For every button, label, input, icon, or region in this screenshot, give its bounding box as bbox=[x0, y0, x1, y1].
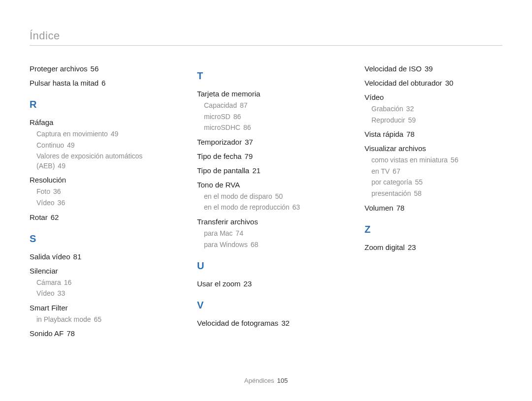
index-subentry-page: 50 bbox=[275, 192, 283, 200]
index-entry-label: Resolución bbox=[30, 176, 66, 184]
index-entry[interactable]: Tono de RVA bbox=[197, 180, 335, 190]
index-subentry[interactable]: en el modo de disparo50 bbox=[204, 192, 335, 202]
index-entry[interactable]: Vista rápida78 bbox=[365, 129, 502, 139]
index-subentry-label: como vistas en miniatura bbox=[371, 156, 448, 164]
index-subentry-page: 16 bbox=[64, 278, 72, 286]
index-subentry[interactable]: para Mac74 bbox=[204, 229, 335, 239]
index-subentry-page: 58 bbox=[414, 189, 422, 197]
index-subentry-label: Reproducir bbox=[371, 116, 405, 124]
index-subentry[interactable]: por categoría55 bbox=[371, 178, 502, 187]
index-entry[interactable]: Silenciar bbox=[30, 266, 167, 276]
index-subentry-page: 67 bbox=[393, 167, 400, 175]
index-entry-label: Tipo de fecha bbox=[197, 152, 241, 160]
index-entry[interactable]: Vídeo bbox=[365, 92, 502, 102]
index-entry-page: 79 bbox=[244, 152, 253, 160]
index-entry-label: Velocidad de fotogramas bbox=[197, 319, 278, 327]
index-entry-label: Velocidad del obturador bbox=[365, 79, 442, 87]
index-subentry[interactable]: Captura en movimiento49 bbox=[36, 129, 167, 139]
index-entry-label: Smart Filter bbox=[30, 304, 68, 312]
page-footer: Apéndices105 bbox=[0, 377, 532, 384]
index-subentry-label: Vídeo bbox=[36, 289, 55, 297]
page-title: Índice bbox=[30, 30, 502, 46]
index-subentry[interactable]: Valores de exposición automáticos (AEB)4… bbox=[36, 152, 167, 171]
index-entry-label: Proteger archivos bbox=[30, 64, 88, 73]
index-subentry-label: Captura en movimiento bbox=[36, 130, 108, 138]
index-subentry[interactable]: Cámara16 bbox=[36, 278, 167, 288]
index-entry-page: 23 bbox=[243, 279, 252, 288]
index-subentry[interactable]: Continuo49 bbox=[36, 141, 167, 151]
index-subentry[interactable]: presentación58 bbox=[371, 189, 502, 199]
index-entry-label: Usar el zoom bbox=[197, 279, 240, 288]
index-entry[interactable]: Rotar62 bbox=[30, 212, 167, 222]
index-subentry[interactable]: in Playback mode65 bbox=[36, 315, 167, 325]
index-subentry-label: para Mac bbox=[204, 229, 233, 237]
index-subentry[interactable]: Vídeo36 bbox=[36, 198, 167, 208]
index-column: Velocidad de ISO39Velocidad del obturado… bbox=[365, 60, 502, 340]
index-subentry-label: Capacidad bbox=[204, 101, 237, 109]
index-subentry-page: 63 bbox=[293, 203, 300, 211]
index-subentry[interactable]: Capacidad87 bbox=[204, 101, 335, 111]
index-letter: V bbox=[197, 300, 335, 311]
index-subentry[interactable]: Reproducir59 bbox=[371, 116, 502, 125]
index-entry[interactable]: Velocidad de ISO39 bbox=[365, 63, 502, 74]
index-subentry-label: por categoría bbox=[371, 178, 412, 186]
index-entry-page: 32 bbox=[281, 319, 290, 327]
index-entry-page: 81 bbox=[73, 252, 82, 261]
page: Índice Proteger archivos56Pulsar hasta l… bbox=[0, 0, 532, 401]
index-entry[interactable]: Proteger archivos56 bbox=[30, 63, 167, 74]
index-subentry-page: 86 bbox=[243, 123, 251, 131]
index-entry[interactable]: Tipo de pantalla21 bbox=[197, 165, 335, 176]
index-subentry-page: 74 bbox=[235, 229, 243, 237]
index-column: TTarjeta de memoriaCapacidad87microSD86m… bbox=[197, 60, 335, 340]
index-entry-page: 37 bbox=[245, 138, 253, 146]
index-entry-label: Ráfaga bbox=[30, 118, 53, 126]
index-entry[interactable]: Transferir archivos bbox=[197, 216, 335, 227]
index-entry-page: 78 bbox=[406, 130, 415, 138]
index-subentry[interactable]: Vídeo33 bbox=[36, 289, 167, 299]
index-subentry-label: en el modo de reproducción bbox=[204, 203, 290, 211]
index-subentry-page: 68 bbox=[251, 241, 259, 248]
index-subentry-label: in Playback mode bbox=[36, 315, 91, 323]
index-entry-label: Tarjeta de memoria bbox=[197, 90, 260, 98]
index-entry[interactable]: Temporizador37 bbox=[197, 137, 335, 147]
index-entry-page: 21 bbox=[252, 166, 261, 175]
index-entry[interactable]: Velocidad de fotogramas32 bbox=[197, 318, 335, 328]
index-entry[interactable]: Resolución bbox=[30, 175, 167, 185]
index-subentry-label: Grabación bbox=[371, 105, 403, 113]
index-entry[interactable]: Velocidad del obturador30 bbox=[365, 78, 502, 88]
index-entry-label: Tipo de pantalla bbox=[197, 166, 249, 175]
index-subentry-page: 36 bbox=[58, 199, 66, 207]
index-subentry-label: Vídeo bbox=[36, 199, 55, 207]
index-entry[interactable]: Visualizar archivos bbox=[365, 143, 502, 154]
index-subentry[interactable]: microSDHC86 bbox=[204, 123, 335, 133]
index-subentry[interactable]: en TV67 bbox=[371, 167, 502, 177]
index-entry-label: Vista rápida bbox=[365, 130, 403, 138]
index-entry-page: 6 bbox=[101, 79, 105, 87]
index-subentry[interactable]: Foto36 bbox=[36, 187, 167, 197]
index-entry[interactable]: Usar el zoom23 bbox=[197, 278, 335, 289]
index-subentry[interactable]: como vistas en miniatura56 bbox=[371, 155, 502, 165]
index-entry[interactable]: Pulsar hasta la mitad6 bbox=[30, 78, 167, 88]
index-subentry-page: 65 bbox=[94, 315, 102, 323]
index-subentry[interactable]: microSD86 bbox=[204, 112, 335, 122]
index-subentry-label: Cámara bbox=[36, 278, 61, 286]
index-subentry[interactable]: en el modo de reproducción63 bbox=[204, 203, 335, 213]
index-subentry-page: 49 bbox=[111, 130, 119, 138]
index-entry[interactable]: Volumen78 bbox=[365, 203, 502, 213]
index-entry[interactable]: Tipo de fecha79 bbox=[197, 151, 335, 161]
index-subentry-page: 56 bbox=[451, 156, 459, 164]
index-subentry[interactable]: Grabación32 bbox=[371, 104, 502, 114]
index-entry-label: Salida vídeo bbox=[30, 252, 70, 261]
index-entry-label: Velocidad de ISO bbox=[365, 64, 422, 73]
index-entry-label: Vídeo bbox=[365, 93, 384, 101]
index-subentry[interactable]: para Windows68 bbox=[204, 240, 335, 250]
index-entry[interactable]: Zoom digital23 bbox=[365, 242, 502, 252]
index-entry-label: Temporizador bbox=[197, 138, 242, 146]
index-entry[interactable]: Tarjeta de memoria bbox=[197, 89, 335, 99]
index-entry-label: Tono de RVA bbox=[197, 181, 240, 189]
index-entry[interactable]: Salida vídeo81 bbox=[30, 251, 167, 262]
index-entry[interactable]: Smart Filter bbox=[30, 303, 167, 313]
index-entry-page: 23 bbox=[408, 243, 416, 251]
index-entry[interactable]: Ráfaga bbox=[30, 117, 167, 127]
index-entry[interactable]: Sonido AF78 bbox=[30, 328, 167, 339]
